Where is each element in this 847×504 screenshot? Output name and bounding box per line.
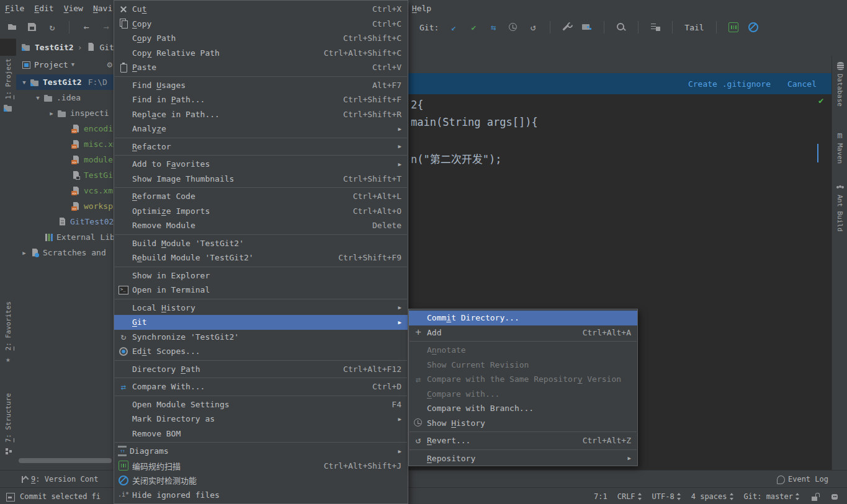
- tree-item-vcs-xml[interactable]: vcs.xml: [16, 183, 114, 198]
- menu-item-revert[interactable]: ↺Revert...Ctrl+Alt+Z: [409, 433, 637, 448]
- toolbar-git-search-button[interactable]: [614, 20, 629, 35]
- menubar-item-view[interactable]: View: [59, 4, 88, 13]
- toolbar-back-button[interactable]: ←: [79, 20, 94, 35]
- menu-item-repository[interactable]: Repository▶: [409, 451, 637, 466]
- tree-item-misc-xml[interactable]: misc.xml: [16, 136, 114, 152]
- cancel-link[interactable]: Cancel: [787, 79, 817, 89]
- chevron-down-icon[interactable]: ▼: [71, 61, 74, 68]
- toolbar-openfolder-button[interactable]: [5, 20, 20, 35]
- menu-item-hide-ignored-files[interactable]: .i*Hide ignored files: [114, 488, 408, 503]
- status-widget-7-1[interactable]: 7:1: [594, 492, 607, 501]
- toolbar-git-lines-save-button[interactable]: [648, 20, 663, 35]
- menu-item-remove-bom[interactable]: Remove BOM: [114, 427, 408, 441]
- menu-item-analyze[interactable]: Analyze▶: [114, 122, 408, 136]
- toolbar-git-undo-button[interactable]: ↺: [526, 20, 540, 35]
- menu-item-commit-directory[interactable]: Commit Directory...: [409, 311, 637, 325]
- tool-window-button-7-structure[interactable]: 7: Structure: [0, 393, 16, 470]
- toolbar-git-scan-button[interactable]: [726, 20, 741, 35]
- menu-item-item[interactable]: 关闭实时检测功能: [114, 473, 408, 488]
- menubar-item-file[interactable]: File: [0, 4, 29, 13]
- version-control-tab[interactable]: 9: Version Cont: [0, 474, 98, 484]
- lock-widget[interactable]: [810, 492, 820, 502]
- toolbar-git-arrow-dl-button[interactable]: ↙: [446, 20, 461, 35]
- blank-icon: [118, 159, 129, 170]
- menu-item-copy[interactable]: CopyCtrl+C: [114, 17, 408, 32]
- toolbar-git-check-button[interactable]: ✔: [466, 20, 481, 35]
- tree-item-testgit2[interactable]: ▼TestGit2F:\D: [16, 74, 114, 90]
- blank-icon: [118, 108, 129, 120]
- project-hscrollbar-thumb[interactable]: [19, 458, 112, 463]
- menu-item-synchronize-testgit2[interactable]: ↻Synchronize 'TestGit2': [114, 330, 408, 345]
- toolbar-git-ban-button[interactable]: [746, 20, 761, 35]
- status-widget-git-master[interactable]: Git: master: [744, 492, 800, 501]
- menu-item-show-in-explorer[interactable]: Show in Explorer: [114, 268, 408, 283]
- menu-item-paste[interactable]: PasteCtrl+V: [114, 60, 408, 75]
- toolbar-fwd-button[interactable]: →: [99, 20, 114, 35]
- collapsed-arrow-icon[interactable]: ▶: [19, 250, 30, 256]
- menubar-item-edit[interactable]: Edit: [29, 4, 58, 13]
- menu-item-compare-with[interactable]: ⇄Compare With...Ctrl+D: [114, 379, 408, 394]
- menu-item-find-in-path[interactable]: Find in Path...Ctrl+Shift+F: [114, 92, 408, 107]
- menu-item-mark-directory-as[interactable]: Mark Directory as▶: [114, 412, 408, 427]
- collapsed-arrow-icon[interactable]: ▶: [46, 110, 57, 117]
- menu-item-build-module-testgit2[interactable]: Build Module 'TestGit2': [114, 236, 408, 251]
- menu-item-local-history[interactable]: Local History▶: [114, 301, 408, 316]
- menu-item-show-history[interactable]: Show History: [409, 416, 637, 431]
- tree-item-inspecti[interactable]: ▶inspecti: [16, 105, 114, 121]
- toolbar-git-merge-button[interactable]: ⇆: [486, 20, 501, 35]
- menu-item-remove-module[interactable]: Remove ModuleDelete: [114, 218, 408, 233]
- toolbar-git-folder2-button[interactable]: [580, 20, 594, 35]
- menu-item-add[interactable]: +AddCtrl+Alt+A: [409, 325, 637, 340]
- toolbar-git-clock-button[interactable]: [506, 20, 521, 35]
- menu-item-add-to-favorites[interactable]: Add to Favorites▶: [114, 157, 408, 172]
- menu-item-replace-in-path[interactable]: Replace in Path...Ctrl+Shift+R: [114, 107, 408, 122]
- tree-item-workspac[interactable]: workspac: [16, 198, 114, 214]
- menu-item-open-module-settings[interactable]: Open Module SettingsF4: [114, 397, 408, 412]
- window-icon[interactable]: [5, 492, 15, 502]
- menu-item-cut[interactable]: CutCtrl+X: [114, 2, 408, 17]
- menu-item-edit-scopes[interactable]: Edit Scopes...: [114, 344, 408, 359]
- menubar-item-help[interactable]: Help: [412, 4, 431, 13]
- menu-item-diagrams[interactable]: ↑↑Diagrams▶: [114, 444, 408, 459]
- status-widget-utf-8[interactable]: UTF-8: [652, 492, 681, 501]
- tool-window-button-database[interactable]: Database: [832, 61, 847, 107]
- menu-item-git[interactable]: Git▶: [114, 315, 408, 330]
- tree-item-idea[interactable]: ▼.idea: [16, 90, 114, 105]
- tool-window-button-2-favorites[interactable]: 2: Favorites★: [0, 301, 16, 376]
- toolbar-save-button[interactable]: [25, 20, 40, 35]
- menu-item-compare-with-branch[interactable]: Compare with Branch...: [409, 401, 637, 416]
- menu-item-copy-relative-path[interactable]: Copy Relative PathCtrl+Alt+Shift+C: [114, 46, 408, 61]
- toolbar-sync-button[interactable]: ↻: [45, 20, 60, 35]
- tool-window-button-ant-build[interactable]: Ant Build: [832, 182, 847, 232]
- menu-item-find-usages[interactable]: Find UsagesAlt+F7: [114, 78, 408, 93]
- tree-item-modules[interactable]: modules.: [16, 152, 114, 167]
- menu-item-item[interactable]: 编码规约扫描Ctrl+Alt+Shift+J: [114, 459, 408, 474]
- menu-item-reformat-code[interactable]: Reformat CodeCtrl+Alt+L: [114, 189, 408, 204]
- menu-item-refactor[interactable]: Refactor▶: [114, 139, 408, 154]
- tree-item-external-libra[interactable]: External Libra: [16, 229, 114, 245]
- menu-item-directory-path[interactable]: Directory PathCtrl+Alt+F12: [114, 362, 408, 377]
- menu-item-label: 编码规约扫描: [132, 460, 181, 472]
- tree-item-testgit2[interactable]: TestGit2: [16, 167, 114, 183]
- expanded-arrow-icon[interactable]: ▼: [19, 79, 30, 86]
- project-panel-header[interactable]: Project ▼ ⚙: [16, 56, 114, 73]
- menu-item-open-in-terminal[interactable]: Open in Terminal: [114, 283, 408, 298]
- menu-item-copy-path[interactable]: Copy PathCtrl+Shift+C: [114, 31, 408, 46]
- tool-window-button-1-project[interactable]: 1: Project: [0, 58, 16, 139]
- menu-item-show-image-thumbnails[interactable]: Show Image ThumbnailsCtrl+Shift+T: [114, 172, 408, 187]
- tree-item-encoding[interactable]: encoding: [16, 121, 114, 136]
- tool-window-button-maven[interactable]: mMaven: [832, 130, 847, 164]
- status-widget-crlf[interactable]: CRLF: [617, 492, 642, 501]
- tree-item-gittest02[interactable]: GitTest02: [16, 214, 114, 229]
- event-log-button[interactable]: Event Log: [776, 474, 828, 484]
- expanded-arrow-icon[interactable]: ▼: [32, 95, 43, 101]
- tree-item-scratches-and[interactable]: ▶Scratches and: [16, 245, 114, 260]
- menu-item-rebuild-module-testgit2[interactable]: Rebuild Module 'TestGit2'Ctrl+Shift+F9: [114, 250, 408, 265]
- hector-widget[interactable]: [830, 492, 840, 502]
- toolbar-git-wrench-button[interactable]: [560, 20, 575, 35]
- status-widget-4-spaces[interactable]: 4 spaces: [691, 492, 734, 501]
- create-gitignore-link[interactable]: Create .gitignore: [688, 79, 771, 89]
- menu-item-optimize-imports[interactable]: Optimize ImportsCtrl+Alt+O: [114, 204, 408, 219]
- breadcrumb-item-testgit2[interactable]: TestGit2: [35, 43, 74, 52]
- gear-icon[interactable]: ⚙: [107, 60, 112, 69]
